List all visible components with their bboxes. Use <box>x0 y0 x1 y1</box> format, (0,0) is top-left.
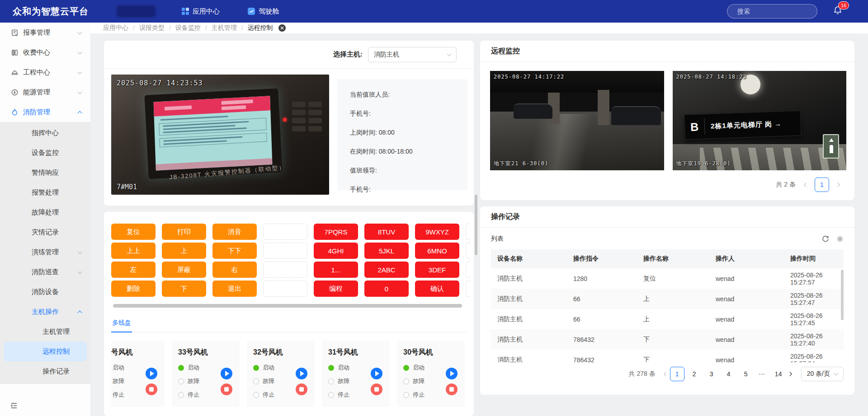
keypad-button-reset[interactable]: 复位 <box>111 224 156 240</box>
prev-page-icon[interactable] <box>803 182 807 187</box>
radio-start[interactable] <box>328 365 334 371</box>
fan-start-button[interactable] <box>296 368 307 379</box>
sidebar-item-engineering[interactable]: 工程中心 <box>0 62 90 82</box>
keypad-button-left[interactable]: 左 <box>111 262 156 278</box>
radio-fault[interactable] <box>403 379 409 384</box>
sidebar-item-fire-management[interactable]: 消防管理 <box>0 102 90 122</box>
fan-start-button[interactable] <box>221 368 232 379</box>
sidebar-item-billing[interactable]: 收费中心 <box>0 42 90 62</box>
fan-stop-button[interactable] <box>446 383 458 395</box>
fan-start-button[interactable] <box>146 368 157 379</box>
close-icon[interactable] <box>278 24 286 32</box>
sidebar-item-alarm-handling[interactable]: 报警处理 <box>0 182 90 202</box>
keypad-button-down-down[interactable]: 下下 <box>212 243 257 259</box>
fan-start-button[interactable] <box>371 368 382 379</box>
sidebar-item-report[interactable]: 报事管理 <box>0 23 90 42</box>
sidebar-item-host-management[interactable]: 主机管理 <box>0 322 90 341</box>
radio-fault[interactable] <box>328 379 334 384</box>
sidebar-item-energy[interactable]: 能源管理 <box>0 82 90 102</box>
gear-icon[interactable] <box>836 235 844 243</box>
sidebar-item-fault-handling[interactable]: 故障处理 <box>0 202 90 222</box>
keypad-button-up[interactable]: 上 <box>162 243 206 259</box>
page-3[interactable]: 3 <box>704 367 719 381</box>
keypad-button-7[interactable]: 7PQRS <box>314 224 358 240</box>
keypad-button-confirm[interactable]: 确认 <box>415 280 459 297</box>
fan-stop-button[interactable] <box>146 383 157 395</box>
table-row[interactable]: 消防主机66上wenad2025-08-26 15:27:45 <box>491 309 844 329</box>
keypad-horizontal-scrollbar[interactable] <box>113 304 462 308</box>
keypad-button-4[interactable]: 4GHI <box>314 243 358 259</box>
keypad-button-down[interactable]: 下 <box>162 280 206 297</box>
keypad-button-right[interactable]: 右 <box>212 262 257 278</box>
page-last[interactable]: 14 <box>771 367 786 381</box>
keypad-button-mute[interactable]: 消音 <box>212 224 257 240</box>
left-column-scrollbar[interactable] <box>475 195 477 255</box>
breadcrumb-item[interactable]: 主机管理 <box>212 24 237 32</box>
next-page-icon[interactable] <box>836 182 841 187</box>
radio-stop[interactable] <box>328 392 334 398</box>
page-4[interactable]: 4 <box>722 367 736 381</box>
radio-fault[interactable] <box>253 379 259 384</box>
sidebar-item-operation-records[interactable]: 操作记录 <box>0 361 90 381</box>
radio-stop[interactable] <box>403 392 409 398</box>
notifications-button[interactable]: 16 <box>833 5 843 17</box>
keypad-button-9[interactable]: 9WXYZ <box>415 224 459 240</box>
keypad-button-shield[interactable]: 屏蔽 <box>162 262 206 278</box>
page-2[interactable]: 2 <box>687 367 702 381</box>
breadcrumb-item[interactable]: 设备监控 <box>175 24 201 32</box>
search-input[interactable] <box>737 8 819 15</box>
radio-fault[interactable] <box>178 379 184 384</box>
keypad-button-8[interactable]: 8TUV <box>364 224 409 240</box>
fan-stop-button[interactable] <box>371 383 382 395</box>
keypad-button-delete[interactable]: 删除 <box>111 280 156 297</box>
breadcrumb-separator: / <box>241 24 243 32</box>
sidebar-item-device-monitor[interactable]: 设备监控 <box>0 143 90 163</box>
fan-stop-button[interactable] <box>221 383 232 395</box>
keypad-button-1[interactable]: 1... <box>314 262 358 278</box>
sidebar-item-disaster-records[interactable]: 灾情记录 <box>0 222 90 242</box>
table-row[interactable]: 消防主机786432下wenad2025-08-26 15:27:40 <box>491 329 844 350</box>
radio-stop[interactable] <box>253 392 259 398</box>
host-select[interactable]: 消防主机 <box>368 47 457 62</box>
breadcrumb-item[interactable]: 误报类型 <box>139 24 165 32</box>
fan-start-button[interactable] <box>446 368 458 379</box>
radio-start[interactable] <box>403 365 409 371</box>
table-vertical-scrollbar[interactable] <box>841 270 844 320</box>
page-5[interactable]: 5 <box>739 367 753 381</box>
keypad-button-5[interactable]: 5JKL <box>364 243 409 259</box>
prev-page-icon[interactable] <box>663 371 667 377</box>
keypad-button-2[interactable]: 2ABC <box>364 262 409 278</box>
table-row[interactable]: 消防主机66上wenad2025-08-26 15:27:47 <box>491 289 844 309</box>
breadcrumb-item[interactable]: 应用中心 <box>103 24 128 32</box>
sidebar-item-remote-control[interactable]: 远程控制 <box>4 341 87 361</box>
keypad-button-0[interactable]: 0 <box>364 280 409 297</box>
keypad-button-program[interactable]: 编程 <box>314 280 358 297</box>
keypad-button-6[interactable]: 6MNO <box>415 243 459 259</box>
radio-start[interactable] <box>253 365 259 371</box>
sidebar-item-label: 收费中心 <box>23 48 50 57</box>
collapse-sidebar-icon[interactable] <box>10 402 18 410</box>
monitoring-page-1[interactable]: 1 <box>815 178 829 192</box>
keypad-button-up-up[interactable]: 上上 <box>111 243 156 259</box>
page-1[interactable]: 1 <box>670 367 684 381</box>
sidebar-item-host-operations[interactable]: 主机操作 <box>0 302 90 322</box>
sidebar-item-command-center[interactable]: 指挥中心 <box>0 123 90 143</box>
sidebar-item-fire-inspection[interactable]: 消防巡查 <box>0 262 90 282</box>
next-page-icon[interactable] <box>788 371 793 377</box>
keypad-button-exit[interactable]: 退出 <box>212 280 257 297</box>
tab-multiline-panel[interactable]: 多线盘 <box>111 319 132 332</box>
keypad-button-print[interactable]: 打印 <box>162 224 206 240</box>
refresh-icon[interactable] <box>822 235 829 243</box>
radio-start[interactable] <box>178 365 184 371</box>
fan-stop-button[interactable] <box>296 383 307 395</box>
nav-cockpit[interactable]: 驾驶舱 <box>248 7 279 16</box>
sidebar-item-fire-equipment[interactable]: 消防设备 <box>0 282 90 302</box>
radio-stop[interactable] <box>178 392 184 398</box>
sidebar-item-alarm-response[interactable]: 警情响应 <box>0 163 90 182</box>
keypad-button-3[interactable]: 3DEF <box>415 262 459 278</box>
nav-app-center[interactable]: 应用中心 <box>182 7 220 16</box>
page-size-select[interactable]: 20 条/页 <box>801 367 844 381</box>
table-row[interactable]: 消防主机786432下wenad2025-08-26 15:27:34 <box>491 350 844 362</box>
sidebar-item-drill-management[interactable]: 演练管理 <box>0 242 90 262</box>
table-row[interactable]: 消防主机1280复位wenad2025-08-26 15:27:57 <box>491 268 844 289</box>
